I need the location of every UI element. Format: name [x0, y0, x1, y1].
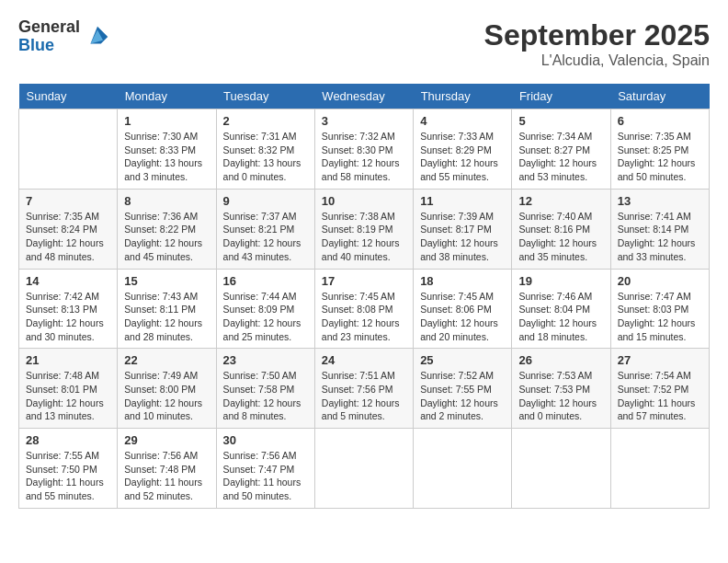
- day-number: 21: [26, 353, 110, 367]
- day-info: Sunrise: 7:33 AMSunset: 8:29 PMDaylight:…: [420, 130, 505, 184]
- calendar-cell: 27Sunrise: 7:54 AMSunset: 7:52 PMDayligh…: [610, 349, 709, 429]
- calendar-cell: 1Sunrise: 7:30 AMSunset: 8:33 PMDaylight…: [118, 109, 216, 190]
- calendar-week-3: 14Sunrise: 7:42 AMSunset: 8:13 PMDayligh…: [19, 269, 710, 349]
- location-title: L'Alcudia, Valencia, Spain: [484, 52, 710, 69]
- logo-blue: Blue: [18, 36, 54, 54]
- header-saturday: Saturday: [610, 84, 709, 109]
- day-info: Sunrise: 7:35 AMSunset: 8:24 PMDaylight:…: [26, 210, 110, 264]
- day-number: 17: [322, 274, 406, 288]
- calendar-cell: 21Sunrise: 7:48 AMSunset: 8:01 PMDayligh…: [19, 349, 118, 429]
- calendar-cell: [314, 429, 413, 509]
- calendar-cell: 5Sunrise: 7:34 AMSunset: 8:27 PMDaylight…: [512, 109, 610, 190]
- day-number: 13: [618, 194, 702, 208]
- day-number: 12: [518, 194, 603, 208]
- day-info: Sunrise: 7:38 AMSunset: 8:19 PMDaylight:…: [322, 210, 406, 264]
- calendar-cell: 22Sunrise: 7:49 AMSunset: 8:00 PMDayligh…: [118, 349, 216, 429]
- calendar-cell: 17Sunrise: 7:45 AMSunset: 8:08 PMDayligh…: [314, 269, 413, 349]
- calendar-cell: 16Sunrise: 7:44 AMSunset: 8:09 PMDayligh…: [216, 269, 314, 349]
- day-number: 24: [322, 353, 406, 367]
- calendar-cell: [19, 109, 118, 190]
- calendar-cell: [610, 429, 709, 509]
- logo-general: General: [18, 17, 80, 36]
- day-info: Sunrise: 7:34 AMSunset: 8:27 PMDaylight:…: [518, 130, 603, 184]
- day-number: 25: [420, 353, 505, 367]
- day-number: 14: [26, 274, 110, 288]
- day-info: Sunrise: 7:37 AMSunset: 8:21 PMDaylight:…: [223, 210, 308, 264]
- calendar-week-5: 28Sunrise: 7:55 AMSunset: 7:50 PMDayligh…: [19, 429, 710, 509]
- day-info: Sunrise: 7:39 AMSunset: 8:17 PMDaylight:…: [420, 210, 505, 264]
- calendar-week-4: 21Sunrise: 7:48 AMSunset: 8:01 PMDayligh…: [19, 349, 710, 429]
- day-info: Sunrise: 7:40 AMSunset: 8:16 PMDaylight:…: [518, 210, 603, 264]
- day-number: 22: [124, 353, 209, 367]
- logo-icon: [84, 23, 111, 51]
- day-info: Sunrise: 7:46 AMSunset: 8:04 PMDaylight:…: [518, 290, 603, 344]
- day-info: Sunrise: 7:56 AMSunset: 7:47 PMDaylight:…: [223, 449, 308, 503]
- day-info: Sunrise: 7:45 AMSunset: 8:06 PMDaylight:…: [420, 290, 505, 344]
- calendar-cell: [414, 429, 512, 509]
- header-tuesday: Tuesday: [216, 84, 314, 109]
- header-sunday: Sunday: [19, 84, 118, 109]
- day-number: 10: [322, 194, 406, 208]
- calendar-cell: 11Sunrise: 7:39 AMSunset: 8:17 PMDayligh…: [414, 189, 512, 269]
- calendar-cell: 7Sunrise: 7:35 AMSunset: 8:24 PMDaylight…: [19, 189, 118, 269]
- calendar-header-row: SundayMondayTuesdayWednesdayThursdayFrid…: [19, 84, 710, 109]
- day-info: Sunrise: 7:35 AMSunset: 8:25 PMDaylight:…: [618, 130, 702, 184]
- month-title: September 2025: [484, 18, 710, 52]
- header-friday: Friday: [512, 84, 610, 109]
- day-number: 5: [518, 114, 603, 128]
- calendar-cell: 20Sunrise: 7:47 AMSunset: 8:03 PMDayligh…: [610, 269, 709, 349]
- day-info: Sunrise: 7:55 AMSunset: 7:50 PMDaylight:…: [26, 449, 110, 503]
- day-info: Sunrise: 7:42 AMSunset: 8:13 PMDaylight:…: [26, 290, 110, 344]
- calendar-cell: 23Sunrise: 7:50 AMSunset: 7:58 PMDayligh…: [216, 349, 314, 429]
- calendar-cell: 6Sunrise: 7:35 AMSunset: 8:25 PMDaylight…: [610, 109, 709, 190]
- day-info: Sunrise: 7:47 AMSunset: 8:03 PMDaylight:…: [618, 290, 702, 344]
- day-number: 29: [124, 433, 209, 447]
- calendar-cell: 24Sunrise: 7:51 AMSunset: 7:56 PMDayligh…: [314, 349, 413, 429]
- calendar-cell: 4Sunrise: 7:33 AMSunset: 8:29 PMDaylight…: [414, 109, 512, 190]
- calendar-cell: 28Sunrise: 7:55 AMSunset: 7:50 PMDayligh…: [19, 429, 118, 509]
- calendar-cell: 3Sunrise: 7:32 AMSunset: 8:30 PMDaylight…: [314, 109, 413, 190]
- day-number: 18: [420, 274, 505, 288]
- header-monday: Monday: [118, 84, 216, 109]
- day-info: Sunrise: 7:45 AMSunset: 8:08 PMDaylight:…: [322, 290, 406, 344]
- logo: General Blue: [18, 18, 111, 55]
- day-number: 28: [26, 433, 110, 447]
- day-info: Sunrise: 7:50 AMSunset: 7:58 PMDaylight:…: [223, 369, 308, 423]
- day-info: Sunrise: 7:41 AMSunset: 8:14 PMDaylight:…: [618, 210, 702, 264]
- day-info: Sunrise: 7:43 AMSunset: 8:11 PMDaylight:…: [124, 290, 209, 344]
- day-info: Sunrise: 7:36 AMSunset: 8:22 PMDaylight:…: [124, 210, 209, 264]
- day-number: 2: [223, 114, 308, 128]
- day-info: Sunrise: 7:52 AMSunset: 7:55 PMDaylight:…: [420, 369, 505, 423]
- title-block: September 2025 L'Alcudia, Valencia, Spai…: [484, 18, 710, 69]
- calendar-cell: 19Sunrise: 7:46 AMSunset: 8:04 PMDayligh…: [512, 269, 610, 349]
- calendar-cell: 8Sunrise: 7:36 AMSunset: 8:22 PMDaylight…: [118, 189, 216, 269]
- day-number: 27: [618, 353, 702, 367]
- day-number: 1: [124, 114, 209, 128]
- day-number: 4: [420, 114, 505, 128]
- day-info: Sunrise: 7:49 AMSunset: 8:00 PMDaylight:…: [124, 369, 209, 423]
- calendar-cell: 18Sunrise: 7:45 AMSunset: 8:06 PMDayligh…: [414, 269, 512, 349]
- day-info: Sunrise: 7:48 AMSunset: 8:01 PMDaylight:…: [26, 369, 110, 423]
- calendar-cell: 9Sunrise: 7:37 AMSunset: 8:21 PMDaylight…: [216, 189, 314, 269]
- day-number: 8: [124, 194, 209, 208]
- calendar-cell: 30Sunrise: 7:56 AMSunset: 7:47 PMDayligh…: [216, 429, 314, 509]
- day-number: 16: [223, 274, 308, 288]
- calendar-cell: 15Sunrise: 7:43 AMSunset: 8:11 PMDayligh…: [118, 269, 216, 349]
- day-number: 20: [618, 274, 702, 288]
- calendar-cell: 13Sunrise: 7:41 AMSunset: 8:14 PMDayligh…: [610, 189, 709, 269]
- day-info: Sunrise: 7:54 AMSunset: 7:52 PMDaylight:…: [618, 369, 702, 423]
- day-info: Sunrise: 7:31 AMSunset: 8:32 PMDaylight:…: [223, 130, 308, 184]
- calendar-cell: 25Sunrise: 7:52 AMSunset: 7:55 PMDayligh…: [414, 349, 512, 429]
- calendar-cell: 26Sunrise: 7:53 AMSunset: 7:53 PMDayligh…: [512, 349, 610, 429]
- day-number: 30: [223, 433, 308, 447]
- day-number: 19: [518, 274, 603, 288]
- calendar-week-1: 1Sunrise: 7:30 AMSunset: 8:33 PMDaylight…: [19, 109, 710, 190]
- calendar-cell: 10Sunrise: 7:38 AMSunset: 8:19 PMDayligh…: [314, 189, 413, 269]
- day-number: 11: [420, 194, 505, 208]
- day-number: 26: [518, 353, 603, 367]
- day-info: Sunrise: 7:30 AMSunset: 8:33 PMDaylight:…: [124, 130, 209, 184]
- day-number: 9: [223, 194, 308, 208]
- calendar-week-2: 7Sunrise: 7:35 AMSunset: 8:24 PMDaylight…: [19, 189, 710, 269]
- calendar-cell: 12Sunrise: 7:40 AMSunset: 8:16 PMDayligh…: [512, 189, 610, 269]
- page-header: General Blue September 2025 L'Alcudia, V…: [18, 18, 710, 69]
